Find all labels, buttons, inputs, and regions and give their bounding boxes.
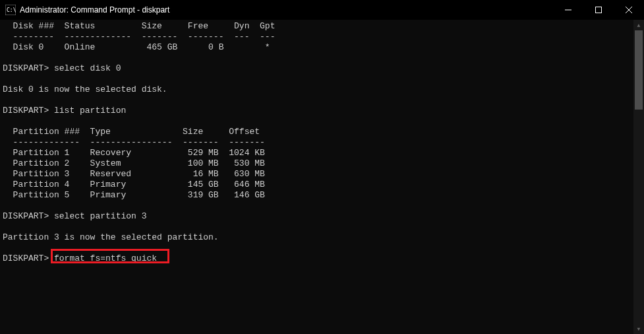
terminal-line: -------- ------------- ------- ------- -… (3, 32, 637, 42)
terminal-line: Partition 1 Recovery 529 MB 1024 KB (3, 148, 637, 158)
terminal-line: Disk 0 Online 465 GB 0 B * (3, 42, 637, 53)
terminal-line: DISKPART> list partition (3, 106, 637, 116)
window-controls (553, 0, 644, 20)
terminal-line: DISKPART> select disk 0 (3, 63, 637, 74)
window-title: Administrator: Command Prompt - diskpart (20, 5, 553, 15)
maximize-button[interactable] (583, 0, 614, 20)
cmd-icon: C:\ (5, 5, 16, 15)
terminal-line: Partition 3 Reserved 16 MB 630 MB (3, 169, 637, 180)
terminal-line (3, 116, 637, 127)
terminal-line: Partition 3 is now the selected partitio… (3, 232, 637, 243)
terminal-line (3, 201, 637, 211)
terminal-line: Partition 4 Primary 145 GB 646 MB (3, 180, 637, 190)
scrollbar[interactable]: ▲ ▼ (633, 20, 644, 334)
terminal-line: Partition 5 Primary 319 GB 146 GB (3, 190, 637, 201)
svg-rect-3 (596, 7, 602, 13)
terminal-line (3, 74, 637, 84)
terminal-line: DISKPART> select partition 3 (3, 211, 637, 222)
terminal-line: Partition 2 System 100 MB 530 MB (3, 158, 637, 169)
scrollbar-up-arrow[interactable]: ▲ (633, 20, 644, 30)
scrollbar-down-arrow[interactable]: ▼ (633, 323, 644, 334)
terminal-line (3, 222, 637, 232)
minimize-button[interactable] (553, 0, 583, 20)
terminal-line (3, 243, 637, 253)
terminal-output[interactable]: Disk ### Status Size Free Dyn Gpt ------… (0, 20, 644, 334)
terminal-line: Partition ### Type Size Offset (3, 127, 637, 137)
terminal-line (3, 95, 637, 106)
close-button[interactable] (614, 0, 644, 20)
scrollbar-thumb[interactable] (635, 30, 643, 110)
titlebar: C:\ Administrator: Command Prompt - disk… (0, 0, 644, 20)
terminal-line (3, 53, 637, 63)
terminal-line: ------------- ---------------- ------- -… (3, 137, 637, 148)
terminal-line: DISKPART> format fs=ntfs quick (3, 253, 637, 264)
svg-text:C:\: C:\ (7, 7, 16, 13)
terminal-line: Disk ### Status Size Free Dyn Gpt (3, 21, 637, 32)
terminal-line: Disk 0 is now the selected disk. (3, 84, 637, 95)
